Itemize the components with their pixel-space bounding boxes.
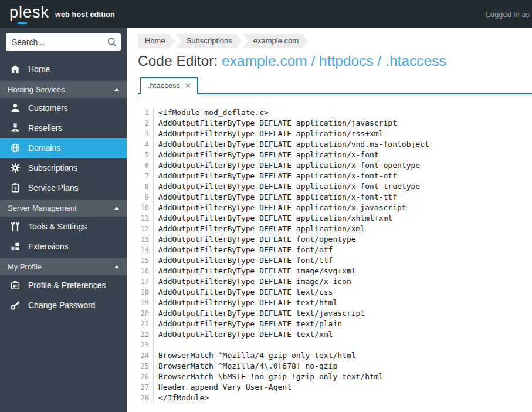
- plesk-logo: plesk: [9, 5, 49, 24]
- sidebar-item-profile-preferences[interactable]: Profile & Preferences: [0, 275, 127, 295]
- line-content: AddOutputFilterByType DEFLATE font/otf: [154, 245, 333, 255]
- line-number: 1: [138, 107, 154, 118]
- line-number: 26: [138, 372, 154, 382]
- line-content: AddOutputFilterByType DEFLATE applicatio…: [154, 139, 429, 150]
- code-line: 25BrowserMatch ^Mozilla/4\.0[678] no-gzi…: [138, 361, 532, 372]
- search-input[interactable]: [6, 33, 121, 51]
- search-icon[interactable]: [107, 37, 117, 48]
- line-number: 13: [138, 234, 154, 245]
- sidebar-item-subscriptions[interactable]: Subscriptions: [0, 158, 127, 178]
- line-number: 6: [138, 160, 154, 171]
- sidebar-item-label: Home: [28, 65, 50, 74]
- line-content: Header append Vary User-Agent: [154, 382, 292, 393]
- sidebar-item-service-plans[interactable]: $Service Plans: [0, 178, 127, 198]
- line-content: AddOutputFilterByType DEFLATE applicatio…: [154, 202, 406, 213]
- breadcrumb: HomeSubscriptionsexample.com: [138, 34, 532, 48]
- code-line: 5AddOutputFilterByType DEFLATE applicati…: [138, 150, 532, 160]
- tab-bar: .htaccess ×: [138, 77, 532, 94]
- line-number: 10: [138, 202, 154, 213]
- code-line: 12AddOutputFilterByType DEFLATE applicat…: [138, 224, 532, 234]
- sidebar-nav: HomeHosting ServicesCustomersResellersDo…: [0, 59, 127, 315]
- sidebar-item-label: Subscriptions: [28, 163, 77, 173]
- code-line: 14AddOutputFilterByType DEFLATE font/otf: [138, 245, 532, 255]
- tab-label: .htaccess: [148, 81, 180, 90]
- tab-close-icon[interactable]: ×: [185, 81, 191, 90]
- line-number: 24: [138, 350, 154, 361]
- line-number: 14: [138, 245, 154, 255]
- code-line: 13AddOutputFilterByType DEFLATE font/ope…: [138, 234, 532, 245]
- code-line: 1<IfModule mod_deflate.c>: [138, 107, 532, 118]
- line-number: 23: [138, 340, 154, 350]
- line-content: AddOutputFilterByType DEFLATE applicatio…: [154, 192, 397, 202]
- breadcrumb-item-example-com[interactable]: example.com: [243, 34, 308, 48]
- collapse-arrow-icon: [114, 88, 119, 91]
- breadcrumb-item-subscriptions[interactable]: Subscriptions: [176, 34, 242, 48]
- code-line: 23: [138, 340, 532, 350]
- sidebar-section-my-profile[interactable]: My Profile: [0, 258, 127, 275]
- collapse-arrow-icon: [114, 265, 119, 268]
- sidebar-item-label: Resellers: [28, 123, 62, 133]
- topbar: plesk web host edition Logged in as: [0, 0, 532, 28]
- code-line: 2AddOutputFilterByType DEFLATE applicati…: [138, 118, 532, 129]
- line-content: AddOutputFilterByType DEFLATE text/javas…: [154, 308, 365, 319]
- line-number: 17: [138, 276, 154, 287]
- line-number: 15: [138, 255, 154, 266]
- customers-icon: [10, 103, 21, 113]
- line-number: 19: [138, 298, 154, 308]
- sidebar-section-hosting-services[interactable]: Hosting Services: [0, 81, 127, 98]
- line-content: AddOutputFilterByType DEFLATE image/svg+…: [154, 266, 356, 276]
- page-title-prefix: Code Editor:: [138, 53, 222, 69]
- line-number: 16: [138, 266, 154, 276]
- line-number: 2: [138, 118, 154, 129]
- line-content: [154, 340, 158, 350]
- collapse-arrow-icon: [114, 207, 119, 210]
- sidebar-item-change-password[interactable]: Change Password: [0, 295, 127, 315]
- line-number: 27: [138, 382, 154, 393]
- sidebar-item-customers[interactable]: Customers: [0, 98, 127, 118]
- code-line: 15AddOutputFilterByType DEFLATE font/ttf: [138, 255, 532, 266]
- code-line: 4AddOutputFilterByType DEFLATE applicati…: [138, 139, 532, 150]
- resellers-icon: [10, 123, 21, 133]
- plesk-logo-text: plesk: [9, 4, 49, 21]
- extensions-icon: [10, 241, 21, 252]
- code-line: 11AddOutputFilterByType DEFLATE applicat…: [138, 213, 532, 224]
- tools-icon: [10, 221, 21, 232]
- line-number: 8: [138, 181, 154, 192]
- logged-in-as[interactable]: Logged in as: [486, 10, 530, 19]
- line-number: 5: [138, 150, 154, 160]
- sidebar-item-label: Service Plans: [28, 183, 79, 193]
- sidebar-item-resellers[interactable]: Resellers: [0, 118, 127, 138]
- sidebar-item-domains[interactable]: Domains: [0, 138, 127, 158]
- tab-htaccess[interactable]: .htaccess ×: [140, 77, 198, 94]
- sidebar: HomeHosting ServicesCustomersResellersDo…: [0, 28, 127, 412]
- sidebar-item-extensions[interactable]: Extensions: [0, 237, 127, 256]
- svg-text:$: $: [13, 186, 16, 191]
- gear-icon: [10, 163, 21, 173]
- line-content: BrowserMatch \bMSIE !no-gzip !gzip-only-…: [154, 372, 384, 382]
- edition-label: web host edition: [55, 11, 115, 19]
- line-content: AddOutputFilterByType DEFLATE applicatio…: [154, 129, 384, 139]
- line-number: 3: [138, 129, 154, 139]
- line-content: AddOutputFilterByType DEFLATE text/plain: [154, 319, 342, 329]
- title-path-link[interactable]: example.com / httpdocs / .htaccess: [222, 53, 446, 69]
- sidebar-item-label: Extensions: [28, 242, 68, 251]
- line-number: 22: [138, 329, 154, 340]
- code-line: 3AddOutputFilterByType DEFLATE applicati…: [138, 129, 532, 139]
- code-line: 6AddOutputFilterByType DEFLATE applicati…: [138, 160, 532, 171]
- sidebar-item-home[interactable]: Home: [0, 59, 127, 79]
- line-number: 11: [138, 213, 154, 224]
- code-line: 21AddOutputFilterByType DEFLATE text/pla…: [138, 319, 532, 329]
- breadcrumb-item-home[interactable]: Home: [138, 34, 175, 48]
- code-line: 8AddOutputFilterByType DEFLATE applicati…: [138, 181, 532, 192]
- code-editor[interactable]: 1<IfModule mod_deflate.c>2AddOutputFilte…: [138, 107, 532, 403]
- sidebar-item-tools-settings[interactable]: Tools & Settings: [0, 217, 127, 237]
- line-content: AddOutputFilterByType DEFLATE applicatio…: [154, 171, 397, 181]
- sidebar-section-server-management[interactable]: Server Management: [0, 200, 127, 217]
- id-card-icon: [10, 280, 21, 291]
- line-number: 28: [138, 393, 154, 403]
- home-icon: [10, 64, 21, 75]
- code-line: 26BrowserMatch \bMSIE !no-gzip !gzip-onl…: [138, 372, 532, 382]
- line-content: AddOutputFilterByType DEFLATE image/x-ic…: [154, 276, 351, 287]
- line-content: AddOutputFilterByType DEFLATE applicatio…: [154, 224, 365, 234]
- sidebar-item-label: Tools & Settings: [28, 222, 87, 231]
